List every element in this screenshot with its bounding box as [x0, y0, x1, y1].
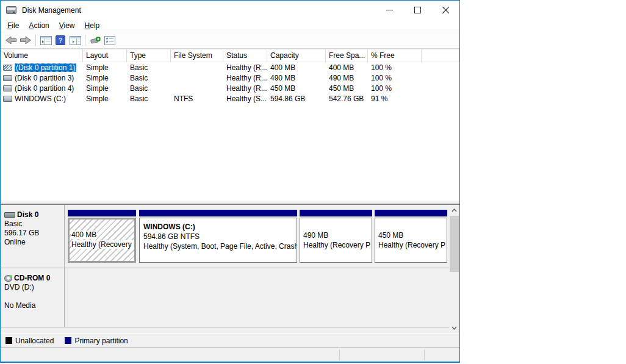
- cell-layout: Simple: [83, 95, 127, 103]
- cell-free-space: 400 MB: [326, 63, 368, 72]
- minimize-button[interactable]: [375, 1, 403, 20]
- column-header-free-space[interactable]: Free Spa...: [326, 49, 368, 62]
- title-bar: Disk Management: [1, 1, 459, 20]
- column-header-type[interactable]: Type: [127, 49, 171, 62]
- cell-capacity: 594.86 GB: [267, 95, 326, 103]
- legend-unallocated-label: Unallocated: [15, 337, 54, 345]
- partition-windows-c[interactable]: WINDOWS (C:) 594.86 GB NTFS Healthy (Sys…: [139, 210, 297, 263]
- vertical-scrollbar[interactable]: [449, 205, 459, 333]
- panel-splitter[interactable]: [1, 201, 459, 205]
- cell-capacity: 450 MB: [267, 84, 326, 93]
- column-header-capacity[interactable]: Capacity: [267, 49, 326, 62]
- menu-view[interactable]: View: [54, 20, 80, 31]
- legend-bar: Unallocated Primary partition: [1, 333, 459, 348]
- column-header-status[interactable]: Status: [223, 49, 267, 62]
- back-button[interactable]: [4, 34, 18, 47]
- cell-capacity: 490 MB: [267, 74, 326, 82]
- close-button[interactable]: [431, 1, 459, 20]
- table-row[interactable]: (Disk 0 partition 4) Simple Basic Health…: [1, 83, 459, 93]
- table-row[interactable]: WINDOWS (C:) Simple Basic NTFS Healthy (…: [1, 93, 459, 104]
- hard-disk-icon: [4, 212, 15, 218]
- cell-pct-free: 91 %: [368, 95, 422, 103]
- forward-button[interactable]: [18, 34, 33, 47]
- partition-status: Healthy (Recovery P: [378, 240, 447, 250]
- partition-name: WINDOWS (C:): [143, 222, 297, 232]
- column-header-pct-free[interactable]: % Free: [368, 49, 422, 62]
- window-title: Disk Management: [22, 6, 81, 15]
- show-console-tree-button[interactable]: [38, 34, 53, 47]
- cell-pct-free: 100 %: [368, 84, 422, 93]
- help-button[interactable]: ?: [53, 34, 68, 47]
- cell-status: Healthy (R...: [223, 63, 267, 72]
- graphical-disk-view: Disk 0 Basic 596.17 GB Online 400 MB Hea…: [1, 205, 459, 333]
- table-row[interactable]: (Disk 0 partition 1) Simple Basic Health…: [1, 62, 459, 73]
- statusbar-separator: [424, 349, 425, 360]
- show-action-pane-button[interactable]: [68, 34, 82, 47]
- menu-action[interactable]: Action: [24, 20, 54, 31]
- partition-size: 490 MB: [303, 230, 372, 240]
- volume-name: (Disk 0 partition 4): [15, 84, 74, 93]
- properties-button[interactable]: [103, 34, 117, 47]
- partition-status: Healthy (Recovery P: [71, 240, 136, 249]
- cell-layout: Simple: [83, 63, 127, 72]
- disk-tool-button[interactable]: [88, 34, 103, 47]
- cell-pct-free: 100 %: [368, 63, 422, 72]
- show-action-pane-icon: [70, 36, 81, 45]
- legend-primary-label: Primary partition: [74, 337, 128, 345]
- help-icon: ?: [56, 35, 65, 45]
- volume-icon: [3, 96, 12, 102]
- partition-size: 594.86 GB NTFS: [143, 232, 297, 241]
- menu-help[interactable]: Help: [80, 20, 105, 31]
- maximize-button[interactable]: [403, 1, 431, 20]
- partition-size: 450 MB: [378, 230, 447, 240]
- properties-icon: [104, 36, 115, 45]
- cell-type: Basic: [127, 84, 171, 93]
- toolbar: ?: [1, 32, 459, 49]
- legend-primary-partition: Primary partition: [65, 337, 128, 345]
- volume-name: (Disk 0 partition 1): [15, 63, 76, 72]
- partition-status: Healthy (System, Boot, Page File, Active…: [143, 241, 297, 251]
- disk-management-app-icon: [6, 6, 16, 14]
- cell-type: Basic: [127, 95, 171, 103]
- partition-block-selected: 400 MB Healthy (Recovery P: [68, 218, 136, 263]
- window-controls: [375, 1, 459, 20]
- cell-type: Basic: [127, 63, 171, 72]
- status-bar: [1, 348, 459, 362]
- table-row[interactable]: (Disk 0 partition 3) Simple Basic Health…: [1, 73, 459, 83]
- cell-pct-free: 100 %: [368, 74, 422, 82]
- partition-recovery-1[interactable]: 400 MB Healthy (Recovery P: [68, 210, 136, 263]
- partition-size: 400 MB: [71, 230, 97, 239]
- disk0-label-panel[interactable]: Disk 0 Basic 596.17 GB Online: [1, 205, 65, 268]
- cdrom-type: DVD (D:): [4, 283, 60, 292]
- cell-layout: Simple: [83, 84, 127, 93]
- volume-icon: [3, 65, 12, 71]
- partition-recovery-3[interactable]: 490 MB Healthy (Recovery P: [300, 210, 372, 263]
- volume-table-body: (Disk 0 partition 1) Simple Basic Health…: [1, 62, 459, 104]
- volume-name: WINDOWS (C:): [15, 95, 66, 103]
- chevron-up-icon: [452, 209, 457, 212]
- column-header-file-system[interactable]: File System: [171, 49, 223, 62]
- cdrom-label-panel[interactable]: CD-ROM 0 DVD (D:) No Media: [1, 268, 65, 327]
- volume-name: (Disk 0 partition 3): [15, 74, 74, 82]
- disk0-name: Disk 0: [17, 210, 38, 219]
- cell-file-system: NTFS: [171, 95, 223, 103]
- scroll-up-button[interactable]: [449, 205, 459, 215]
- disk0-type: Basic: [4, 219, 60, 229]
- primary-partition-bar: [300, 210, 372, 216]
- chevron-down-icon: [452, 326, 457, 330]
- forward-icon: [20, 35, 32, 45]
- partition-block: WINDOWS (C:) 594.86 GB NTFS Healthy (Sys…: [139, 218, 297, 263]
- unallocated-swatch: [5, 337, 12, 344]
- column-header-volume[interactable]: Volume: [1, 49, 83, 62]
- disk-tool-icon: [90, 35, 101, 45]
- partition-block: 490 MB Healthy (Recovery P: [300, 218, 372, 263]
- partition-recovery-4[interactable]: 450 MB Healthy (Recovery P: [375, 210, 447, 263]
- cdrom-name: CD-ROM 0: [14, 274, 50, 283]
- cell-free-space: 542.76 GB: [326, 95, 368, 103]
- svg-text:?: ?: [59, 37, 63, 44]
- scroll-down-button[interactable]: [449, 323, 459, 333]
- cell-status: Healthy (S...: [223, 95, 267, 103]
- scrollbar-thumb[interactable]: [450, 216, 459, 272]
- menu-file[interactable]: File: [2, 20, 24, 31]
- column-header-layout[interactable]: Layout: [83, 49, 127, 62]
